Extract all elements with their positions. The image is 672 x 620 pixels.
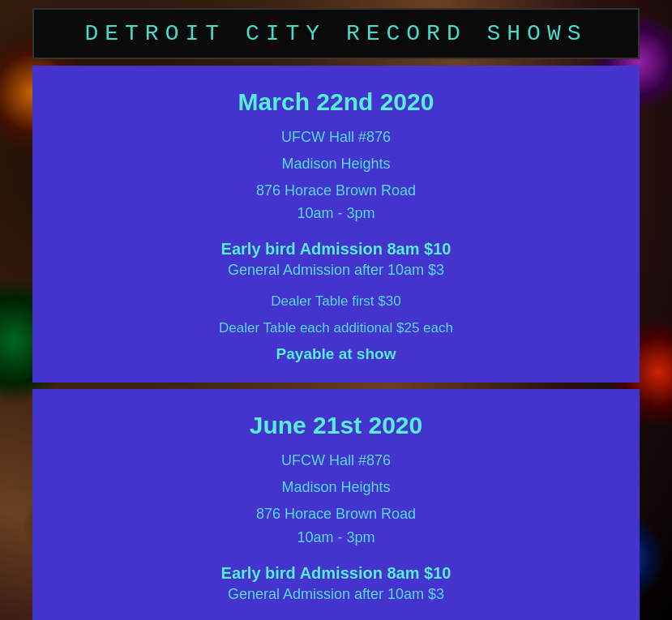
event-city-june: Madison Heights <box>281 476 390 499</box>
event-venue-name-march: UFCW Hall #876 <box>281 126 391 149</box>
event-address-june: 876 Horace Brown Road <box>256 502 416 526</box>
event-hours-june: 10am - 3pm <box>297 529 375 546</box>
page-wrapper: DETROIT CITY RECORD SHOWS March 22nd 202… <box>0 0 672 620</box>
event-venue-name-june: UFCW Hall #876 <box>281 449 391 472</box>
payable-march: Payable at show <box>276 345 396 363</box>
event-city-march: Madison Heights <box>281 152 390 176</box>
header-banner: DETROIT CITY RECORD SHOWS <box>32 8 640 59</box>
event-card-june: June 21st 2020 UFCW Hall #876 Madison He… <box>32 389 640 620</box>
early-bird-march: Early bird Admission 8am $10 <box>221 240 452 259</box>
header-title: DETROIT CITY RECORD SHOWS <box>50 21 622 46</box>
event-address-march: 876 Horace Brown Road <box>256 179 416 203</box>
event-hours-march: 10am - 3pm <box>297 205 375 222</box>
dealer-first-march: Dealer Table first $30 <box>271 290 400 314</box>
event-date-june: June 21st 2020 <box>250 412 422 439</box>
general-admission-march: General Admission after 10am $3 <box>228 262 444 279</box>
early-bird-june: Early bird Admission 8am $10 <box>221 564 452 583</box>
event-date-march: March 22nd 2020 <box>238 88 434 116</box>
event-card-march: March 22nd 2020 UFCW Hall #876 Madison H… <box>32 66 640 383</box>
dealer-additional-march: Dealer Table each additional $25 each <box>219 317 453 340</box>
general-admission-june: General Admission after 10am $3 <box>228 586 444 603</box>
